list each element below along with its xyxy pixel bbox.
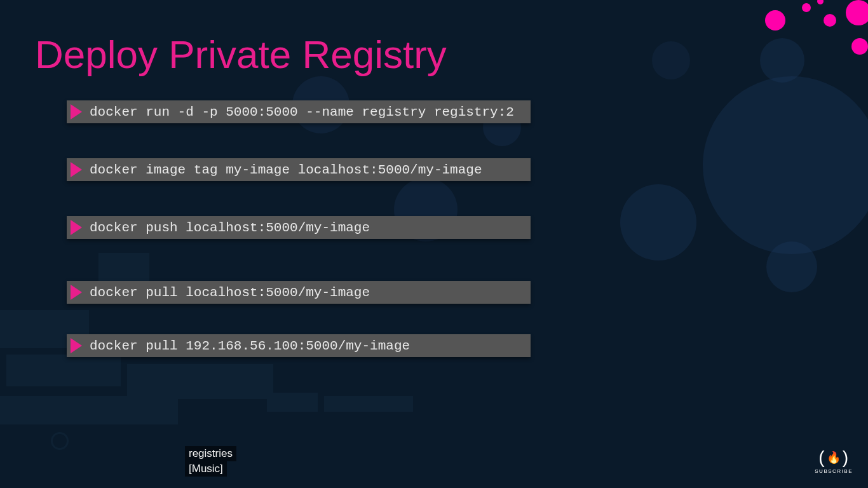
decorative-dot (817, 0, 824, 4)
play-arrow-icon (71, 220, 82, 235)
command-text: docker push localhost:5000/my-image (90, 220, 370, 235)
caption-line: [Music] (185, 461, 227, 477)
decorative-dot (824, 14, 836, 27)
command-text: docker pull localhost:5000/my-image (90, 285, 370, 300)
play-arrow-icon (71, 104, 82, 119)
command-text: docker pull 192.168.56.100:5000/my-image (90, 339, 410, 353)
decorative-circle (760, 38, 804, 83)
command-row: docker push localhost:5000/my-image (67, 216, 531, 239)
decorative-dot (851, 38, 868, 55)
subscribe-label: SUBSCRIBE (815, 468, 853, 474)
play-arrow-icon (71, 162, 82, 177)
decorative-dot (846, 0, 868, 25)
command-row: docker image tag my-image localhost:5000… (67, 158, 531, 181)
play-arrow-icon (71, 338, 82, 353)
decorative-circle (766, 241, 817, 292)
decorative-dot (765, 10, 785, 30)
decorative-circle (652, 41, 690, 79)
caption-line: registries (185, 446, 236, 461)
fire-logo-icon: (🔥) (815, 447, 853, 468)
video-captions: registries [Music] (185, 446, 236, 477)
command-row: docker run -d -p 5000:5000 --name regist… (67, 100, 531, 123)
command-row: docker pull 192.168.56.100:5000/my-image (67, 334, 531, 357)
decorative-circle (620, 184, 696, 261)
play-arrow-icon (71, 285, 82, 300)
command-text: docker image tag my-image localhost:5000… (90, 163, 482, 177)
commands-list: docker run -d -p 5000:5000 --name regist… (67, 100, 531, 392)
decorative-dot (802, 3, 811, 12)
command-row: docker pull localhost:5000/my-image (67, 281, 531, 304)
command-text: docker run -d -p 5000:5000 --name regist… (90, 105, 514, 119)
slide-title: Deploy Private Registry (35, 32, 447, 77)
subscribe-button[interactable]: (🔥) SUBSCRIBE (815, 447, 853, 474)
decorative-circle (703, 76, 868, 254)
